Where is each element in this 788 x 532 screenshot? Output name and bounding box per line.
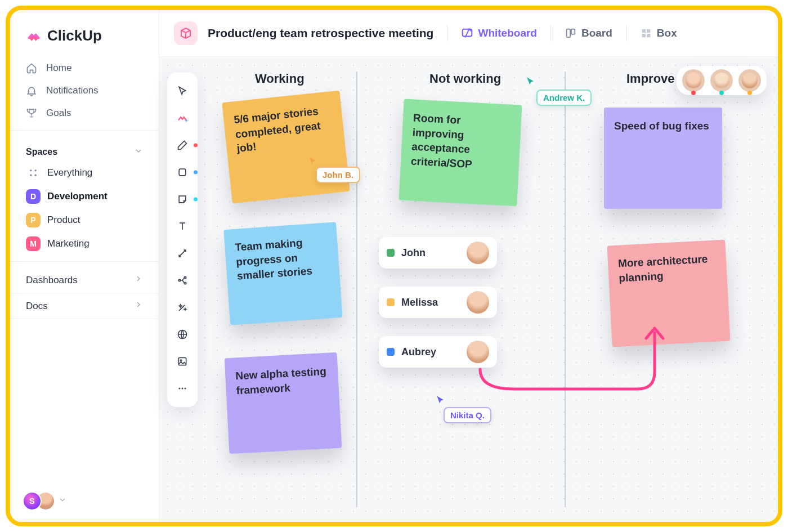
view-whiteboard[interactable]: Whiteboard <box>461 27 537 39</box>
sidebar: ClickUp Home Notifications Goals Spaces <box>10 10 159 522</box>
sticky-note[interactable]: Team making progress on smaller stories <box>223 222 342 325</box>
avatar-badge <box>23 491 42 511</box>
grid-dots-icon <box>26 166 41 180</box>
space-badge: D <box>26 189 41 204</box>
status-dot <box>387 249 395 257</box>
space-everything[interactable]: Everything <box>10 161 159 185</box>
tool-draw[interactable] <box>171 133 194 157</box>
svg-rect-6 <box>571 29 575 34</box>
person-card[interactable]: Aubrey <box>379 336 497 368</box>
svg-point-0 <box>30 169 32 171</box>
tool-select[interactable] <box>171 79 194 103</box>
space-badge: P <box>26 213 41 227</box>
avatar[interactable] <box>710 69 733 92</box>
remote-cursor-icon <box>525 76 536 87</box>
svg-point-2 <box>30 175 32 176</box>
avatar[interactable] <box>738 69 761 92</box>
space-product[interactable]: PProduct <box>10 208 159 232</box>
svg-point-20 <box>182 388 183 390</box>
chevron-down-icon <box>59 496 66 506</box>
svg-rect-17 <box>178 357 186 365</box>
tool-web[interactable] <box>171 323 194 346</box>
whiteboard-toolbar: + <box>167 73 198 407</box>
nav-home[interactable]: Home <box>10 57 159 79</box>
svg-text:+: + <box>185 118 188 124</box>
svg-rect-7 <box>642 29 646 33</box>
svg-point-3 <box>35 175 37 176</box>
svg-rect-8 <box>647 29 650 33</box>
column-improve: Improve <box>626 71 675 86</box>
person-card[interactable]: Melissa <box>379 287 497 318</box>
person-card[interactable]: John <box>379 237 497 269</box>
view-board[interactable]: Board <box>565 27 612 39</box>
tool-sticky[interactable] <box>171 187 194 211</box>
svg-point-14 <box>184 276 186 278</box>
space-marketing[interactable]: MMarketing <box>10 232 159 256</box>
box-icon <box>640 27 652 39</box>
chevron-right-icon <box>134 300 143 312</box>
remote-cursor-label: Nikita Q. <box>444 407 491 423</box>
trophy-icon <box>26 108 38 119</box>
brand-logo[interactable]: ClickUp <box>10 24 159 57</box>
sticky-note[interactable]: More architecture planning <box>607 240 730 347</box>
main: Product/eng team retrospective meeting W… <box>159 10 778 522</box>
chevron-right-icon <box>134 274 143 286</box>
tool-diagram[interactable] <box>171 269 194 292</box>
cube-icon[interactable] <box>174 21 198 45</box>
bell-icon <box>26 85 38 96</box>
remote-cursor-icon <box>435 395 446 406</box>
tool-image[interactable] <box>171 350 194 373</box>
whiteboard-canvas[interactable]: + Working Not working Improve <box>159 57 778 522</box>
nav-goals[interactable]: Goals <box>10 102 159 124</box>
svg-point-19 <box>179 388 181 390</box>
topbar: Product/eng team retrospective meeting W… <box>159 10 778 57</box>
view-box[interactable]: Box <box>640 27 677 39</box>
column-divider <box>565 71 566 507</box>
column-divider <box>356 71 357 507</box>
tool-text[interactable] <box>171 214 194 238</box>
remote-cursor-label: John B. <box>316 167 360 183</box>
avatar <box>467 242 489 264</box>
page-title: Product/eng team retrospective meeting <box>208 26 433 40</box>
sticky-note[interactable]: 5/6 major stories completed, great job! <box>222 91 350 204</box>
section-dashboards[interactable]: Dashboards <box>10 267 159 293</box>
tool-shape[interactable] <box>171 160 194 184</box>
sticky-note[interactable]: Speed of bug fixes <box>604 108 722 209</box>
column-not-working: Not working <box>429 71 501 86</box>
space-badge: M <box>26 236 41 251</box>
spaces-header[interactable]: Spaces <box>10 136 159 161</box>
column-working: Working <box>255 71 305 86</box>
user-switcher[interactable] <box>10 486 159 514</box>
svg-rect-5 <box>567 29 570 38</box>
tool-clickup[interactable]: + <box>171 106 194 130</box>
svg-rect-10 <box>647 34 650 37</box>
space-development[interactable]: DDevelopment <box>10 185 159 208</box>
presence-avatars[interactable] <box>677 66 767 95</box>
brand-name: ClickUp <box>47 27 102 44</box>
status-dot <box>387 298 395 306</box>
whiteboard-icon <box>461 27 473 39</box>
sticky-note[interactable]: New alpha testing framework <box>225 352 342 454</box>
nav-notifications[interactable]: Notifications <box>10 79 159 102</box>
svg-point-1 <box>35 169 37 171</box>
tool-magic[interactable] <box>171 296 194 319</box>
svg-point-18 <box>180 360 182 361</box>
avatar[interactable] <box>682 69 705 92</box>
home-icon <box>26 62 38 74</box>
tool-connector[interactable] <box>171 242 194 265</box>
chevron-down-icon <box>134 146 143 158</box>
avatar <box>467 291 489 314</box>
remote-cursor-label: Andrew K. <box>536 90 592 106</box>
tool-more[interactable] <box>171 377 194 400</box>
board-icon <box>565 27 577 39</box>
svg-rect-9 <box>642 34 646 37</box>
sticky-note[interactable]: Room for improving acceptance criteria/S… <box>399 99 522 207</box>
svg-point-21 <box>185 388 186 390</box>
avatar <box>467 341 489 363</box>
section-docs[interactable]: Docs <box>10 293 159 319</box>
clickup-logo-icon <box>26 28 42 44</box>
remote-cursor-icon <box>307 155 319 167</box>
status-dot <box>387 348 395 356</box>
svg-point-15 <box>184 282 186 284</box>
svg-rect-12 <box>179 169 186 176</box>
